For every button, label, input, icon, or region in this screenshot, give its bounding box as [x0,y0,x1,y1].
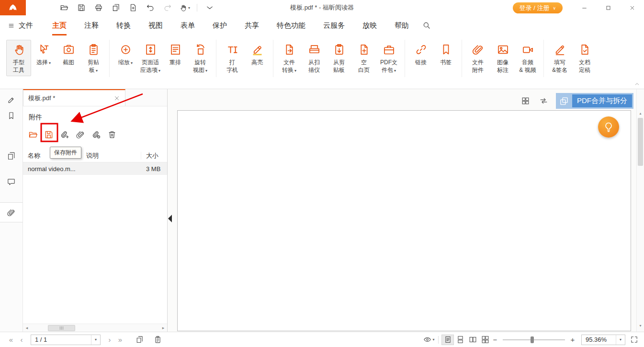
copy-button[interactable] [110,2,122,13]
last-page-button[interactable]: » [115,335,125,344]
rotate-view-tool-button[interactable]: 旋转 视图▾ [188,40,213,77]
menu-tab-help[interactable]: 帮助 [395,21,409,30]
open-file-button[interactable] [58,2,70,13]
scroll-left-button[interactable]: ◂ [23,325,31,330]
redo-button[interactable] [162,2,173,13]
attachment-settings-button[interactable] [91,129,102,140]
single-page-view-button[interactable] [441,335,454,345]
audio-video-tool-button[interactable]: 音频 & 视频 [515,40,540,76]
screenshot-tool-button[interactable]: 截图 [56,40,81,69]
menu-tab-share[interactable]: 共享 [245,21,259,30]
select-cursor-tool-button[interactable]: 选择▾ [31,40,56,69]
zoom-slider[interactable] [503,339,565,340]
switch-tabs-button[interactable] [538,95,549,107]
typewriter-tool-button[interactable]: 打 字机 [220,40,245,76]
open-attachment-button[interactable] [28,129,38,140]
menu-tab-form[interactable]: 表单 [181,21,195,30]
link-tool-button[interactable]: 链接 [408,40,433,69]
pages-panel-button[interactable] [0,148,23,164]
bookmarks-panel-button[interactable] [0,107,23,124]
vertical-scrollbar[interactable]: ▴ ▾ [636,89,644,332]
zoom-tool-button[interactable]: 缩放▾ [113,40,138,69]
attachment-row[interactable]: normal video.m...3 MB [23,162,167,175]
attachments-panel-button[interactable] [0,202,23,222]
customize-toolbar-button[interactable] [204,2,215,13]
menu-tab-home[interactable]: 主页 [52,21,67,30]
continuous-view-button[interactable] [454,335,466,345]
add-attachment-button[interactable] [59,129,70,140]
doc-finalize-tool-button[interactable]: 文档 定稿 [572,40,597,76]
file-convert-tool-button[interactable]: 文件 转换▾ [277,40,302,77]
previous-page-button[interactable]: ‹ [16,335,27,344]
facing-continuous-view-button[interactable] [479,335,491,345]
attach-file-button[interactable] [75,129,86,140]
scroll-right-button[interactable]: ▸ [159,325,167,330]
highlight-tool-button[interactable]: 高亮 [245,40,270,69]
comments-panel-button[interactable] [0,174,23,190]
scroll-up-button[interactable]: ▴ [637,111,644,116]
reflow-tool-button[interactable]: 重排 [163,40,188,69]
column-header-description[interactable]: 说明 [81,152,141,160]
document-tab[interactable]: 模板.pdf * [23,89,125,106]
fullscreen-button[interactable] [630,335,638,344]
scanner-tool-button[interactable]: 从扫 描仪 [302,40,327,76]
thumbnail-grid-button[interactable] [520,95,531,107]
menu-tab-comment[interactable]: 注释 [84,21,99,30]
pdf-merge-split-button[interactable]: PDF合并与拆分 [556,93,633,109]
annotate-panel-button[interactable] [0,92,23,108]
dropdown-caret[interactable]: ▾ [91,335,100,345]
save-attachment-button[interactable] [44,129,54,140]
column-header-name[interactable]: 名称 [23,152,81,160]
panel-collapse-handle[interactable] [168,215,172,222]
undo-button[interactable] [145,2,156,13]
facing-view-button[interactable] [466,335,479,345]
column-header-size[interactable]: 大小 [141,152,167,160]
zoom-in-button[interactable]: + [569,335,576,344]
snapshot-button[interactable] [133,335,146,345]
scrollbar-thumb[interactable] [638,118,643,166]
menu-tab-features[interactable]: 特色功能 [277,21,305,30]
view-settings-button[interactable]: ▾ [423,335,435,345]
from-clipboard-tool-button[interactable]: 从剪 贴板 [327,40,351,76]
clipboard-tool-button[interactable]: 剪贴 板▾ [81,40,106,77]
menu-tab-protect[interactable]: 保护 [213,21,227,30]
next-page-button[interactable]: › [104,335,115,344]
blank-page-tool-button[interactable]: 空 白页 [351,40,376,76]
dropdown-caret[interactable]: ▾ [616,335,625,345]
save-file-button[interactable] [76,2,87,13]
file-attach-tool-button[interactable]: 文件 附件 [465,40,490,76]
page-number-box[interactable]: 1 / 1 ▾ [31,335,101,345]
collapse-ribbon-button[interactable] [634,81,640,87]
clipboard-button[interactable] [151,335,164,345]
hand-tool-button[interactable]: 手型 工具 [6,40,31,76]
zoom-out-button[interactable]: − [491,335,499,344]
pdf-portfolio-tool-button[interactable]: PDF文 件包▾ [376,40,401,77]
fill-sign-tool-button[interactable]: 填写 &签名 [547,40,572,76]
menu-tab-present[interactable]: 放映 [362,21,377,30]
page-fit-tool-button[interactable]: 页面适 应选项▾ [138,40,163,77]
scrollbar-thumb[interactable] [48,325,75,331]
image-annot-tool-button[interactable]: 图像 标注 [490,40,515,76]
print-button[interactable] [93,2,104,13]
menu-tab-cloud[interactable]: 云服务 [323,21,345,30]
pdf-page[interactable] [177,110,631,331]
hand-tool-quick-button[interactable]: ▾ [179,4,190,12]
scroll-down-button[interactable]: ▾ [637,324,644,328]
menu-tab-view[interactable]: 视图 [148,21,163,30]
zoom-level-box[interactable]: 95.36% ▾ [581,335,625,345]
create-pdf-button[interactable] [127,2,139,13]
file-menu-button[interactable]: 文件 [8,21,33,30]
zoom-slider-thumb[interactable] [531,336,534,343]
login-register-button[interactable]: 登录 / 注册 ∨ [513,2,563,13]
horizontal-scrollbar[interactable]: ◂ ▸ [23,324,167,332]
tab-close-icon[interactable] [113,95,120,102]
assistant-bulb-button[interactable] [598,116,619,138]
minimize-button[interactable] [572,0,596,15]
close-button[interactable] [620,0,644,15]
bookmark-tool-button[interactable]: 书签 [433,40,458,69]
delete-attachment-button[interactable] [107,129,117,140]
scrollbar-track[interactable] [31,324,159,332]
menu-tab-convert[interactable]: 转换 [116,21,131,30]
maximize-button[interactable] [596,0,620,15]
search-button[interactable] [422,21,431,30]
